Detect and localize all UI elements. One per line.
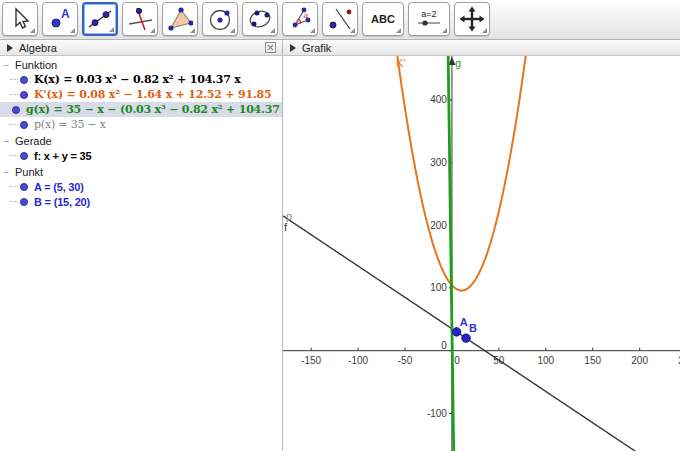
conic-tool-button[interactable] [242, 2, 278, 36]
toolbar: A [0, 0, 680, 40]
move-view-icon [459, 6, 485, 32]
perpendicular-line-tool-button[interactable] [122, 2, 158, 36]
curve-K-prime[interactable] [387, 56, 535, 291]
algebra-section-gerade: − Gerade [0, 134, 282, 148]
grafik-panel-header: Grafik [283, 40, 680, 56]
visibility-bullet[interactable] [12, 106, 20, 114]
algebra-panel: − Funktion K(x) = 0.03 x³ − 0.82 x² + 10… [0, 56, 283, 451]
svg-text:100: 100 [537, 355, 554, 366]
expression-f: f: x + y = 35 [34, 150, 91, 162]
tree-connector [10, 201, 18, 202]
expression-g: g(x) = 35 − x − (0.03 x³ − 0.82 x² + 104… [26, 103, 283, 116]
grafik-collapse-icon[interactable] [290, 44, 296, 52]
expression-K: K(x) = 0.03 x³ − 0.82 x² + 104.37 x [34, 73, 241, 86]
slider-tool-icon: a=2 [416, 10, 442, 28]
axes [283, 56, 680, 451]
circle-tool-button[interactable] [202, 2, 238, 36]
algebra-item-A[interactable]: A = (5, 30) [0, 179, 282, 194]
text-tool-button[interactable]: ABC [362, 2, 404, 36]
algebra-item-Kprime[interactable]: K'(x) = 0.08 x² − 1.64 x + 12.52 + 91.85 [0, 87, 282, 102]
slider-tool-button[interactable]: a=2 [408, 2, 450, 36]
axis-ticks: -150-100-50050100150200250-1000100200300… [301, 94, 680, 418]
point-label-A: A [460, 316, 468, 328]
svg-text:-100: -100 [348, 355, 368, 366]
svg-text:150: 150 [584, 355, 601, 366]
svg-text:-50: -50 [398, 355, 413, 366]
svg-text:0: 0 [454, 355, 460, 366]
algebra-item-K[interactable]: K(x) = 0.03 x³ − 0.82 x² + 104.37 x [0, 72, 282, 87]
line-with-point-tool-button[interactable] [322, 2, 358, 36]
curve-g[interactable] [447, 56, 455, 451]
conic-icon [247, 6, 273, 32]
tree-connector [10, 79, 18, 80]
expression-A: A = (5, 30) [34, 181, 84, 193]
tree-connector [10, 94, 18, 95]
algebra-item-g[interactable]: g(x) = 35 − x − (0.03 x³ − 0.82 x² + 104… [0, 102, 282, 117]
point-tool-button[interactable]: A [42, 2, 78, 36]
expression-B: B = (15, 20) [34, 196, 90, 208]
visibility-bullet[interactable] [20, 152, 28, 160]
svg-text:A: A [61, 7, 70, 21]
line-with-point-icon [327, 6, 353, 32]
expression-p: p(x) = 35 − x [34, 118, 106, 131]
visibility-bullet[interactable] [20, 198, 28, 206]
svg-text:300: 300 [430, 157, 447, 168]
algebra-item-f[interactable]: f: x + y = 35 [0, 148, 282, 163]
curve-label-K': K' [396, 57, 405, 69]
algebra-section-funktion: − Funktion [0, 58, 282, 72]
move-tool-button[interactable] [2, 2, 38, 36]
svg-text:-100: -100 [427, 408, 447, 419]
graphics-view[interactable]: -150-100-50050100150200250-1000100200300… [283, 56, 680, 451]
circle-icon [207, 6, 233, 32]
collapse-minus-icon[interactable]: − [2, 61, 11, 70]
algebra-panel-title: Algebra [19, 42, 57, 54]
section-label: Funktion [15, 59, 57, 71]
visibility-bullet[interactable] [20, 76, 28, 84]
svg-text:-150: -150 [301, 355, 321, 366]
algebra-item-B[interactable]: B = (15, 20) [0, 194, 282, 209]
svg-text:200: 200 [430, 220, 447, 231]
angle-tool-button[interactable]: a [282, 2, 318, 36]
tree-connector [10, 186, 18, 187]
algebra-panel-header: Algebra [0, 40, 283, 56]
tree-connector [10, 155, 18, 156]
svg-text:200: 200 [631, 355, 648, 366]
algebra-section-punkt: − Punkt [0, 165, 282, 179]
curve-label-f: f [284, 221, 288, 233]
algebra-item-p[interactable]: p(x) = 35 − x [0, 117, 282, 132]
curve-label-g: g [455, 57, 461, 69]
point-B[interactable] [462, 334, 470, 342]
polygon-tool-button[interactable] [162, 2, 198, 36]
point-icon: A [47, 6, 73, 32]
point-A[interactable] [452, 328, 460, 336]
visibility-bullet[interactable] [20, 121, 28, 129]
grafik-panel-title: Grafik [302, 42, 331, 54]
curve-f[interactable] [283, 216, 680, 451]
expression-Kprime: K'(x) = 0.08 x² − 1.64 x + 12.52 + 91.85 [34, 88, 271, 101]
point-label-B: B [469, 322, 477, 334]
move-graphics-view-tool-button[interactable] [454, 2, 490, 36]
line-tool-button[interactable] [82, 2, 118, 36]
section-label: Gerade [15, 135, 52, 147]
svg-text:100: 100 [430, 282, 447, 293]
angle-icon: a [287, 6, 313, 32]
line-icon [87, 6, 113, 32]
svg-text:400: 400 [430, 94, 447, 105]
graph-svg[interactable]: -150-100-50050100150200250-1000100200300… [283, 56, 680, 451]
move-cursor-icon [7, 6, 33, 32]
text-tool-icon: ABC [371, 13, 395, 25]
collapse-minus-icon[interactable]: − [2, 168, 11, 177]
tree-connector [10, 124, 18, 125]
polygon-icon [167, 6, 193, 32]
perpendicular-line-icon [127, 6, 153, 32]
visibility-bullet[interactable] [20, 91, 28, 99]
section-label: Punkt [15, 166, 43, 178]
algebra-close-icon[interactable] [265, 42, 276, 53]
collapse-minus-icon[interactable]: − [2, 137, 11, 146]
visibility-bullet[interactable] [20, 183, 28, 191]
svg-text:0: 0 [441, 340, 447, 351]
algebra-collapse-icon[interactable] [7, 44, 13, 52]
